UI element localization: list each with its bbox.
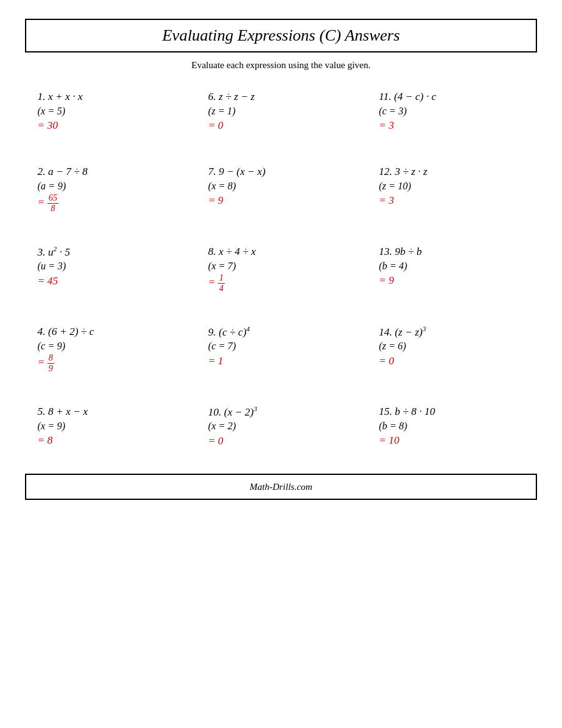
problem-item: 15. b ÷ 8 · 10(b = 8)= 10: [367, 404, 537, 449]
problem-expression: 13. 9b ÷ b: [379, 244, 537, 259]
problem-given: (c = 3): [379, 104, 537, 118]
problem-answer: = 3: [379, 193, 537, 208]
problem-expression: 1. x + x · x: [37, 89, 195, 104]
problem-item: 1. x + x · x(x = 5)= 30: [25, 89, 195, 133]
problem-answer: = 9: [379, 273, 537, 288]
problem-answer: = 658: [37, 193, 195, 213]
problem-expression: 9. (c ÷ c)4: [208, 324, 366, 339]
problem-answer: = 89: [37, 353, 195, 373]
problem-given: (x = 2): [208, 419, 366, 433]
problem-expression: 14. (z − z)3: [379, 324, 537, 339]
problem-given: (z = 6): [379, 339, 537, 353]
problem-item: 3. u2 · 5(u = 3)= 45: [25, 244, 195, 293]
problem-answer: = 3: [379, 118, 537, 133]
subtitle: Evaluate each expression using the value…: [192, 60, 371, 71]
problem-given: (b = 8): [379, 419, 537, 433]
problem-item: 7. 9 − (x − x)(x = 8)= 9: [195, 164, 366, 213]
footer-text: Math-Drills.com: [250, 482, 312, 492]
problem-item: 12. 3 ÷ z · z(z = 10)= 3: [367, 164, 537, 213]
page-wrapper: Evaluating Expressions (C) Answers Evalu…: [25, 19, 537, 500]
problem-given: (z = 10): [379, 179, 537, 193]
problem-expression: 8. x ÷ 4 ÷ x: [208, 244, 366, 259]
problem-answer: = 0: [208, 434, 366, 449]
problem-item: 6. z ÷ z − z(z = 1)= 0: [195, 89, 366, 133]
problem-given: (b = 4): [379, 259, 537, 273]
problem-expression: 3. u2 · 5: [37, 244, 195, 259]
footer-box: Math-Drills.com: [25, 474, 537, 500]
problem-answer: = 14: [208, 273, 366, 293]
problem-given: (c = 7): [208, 339, 366, 353]
problem-given: (c = 9): [37, 339, 195, 353]
problem-given: (x = 5): [37, 104, 195, 118]
problem-expression: 4. (6 + 2) ÷ c: [37, 324, 195, 339]
problem-answer: = 8: [37, 433, 195, 448]
problem-item: 14. (z − z)3(z = 6)= 0: [367, 324, 537, 373]
problem-answer: = 10: [379, 433, 537, 448]
problem-item: 13. 9b ÷ b(b = 4)= 9: [367, 244, 537, 293]
problem-answer: = 45: [37, 274, 195, 289]
problem-expression: 7. 9 − (x − x): [208, 164, 366, 179]
problem-given: (x = 9): [37, 419, 195, 433]
problem-answer: = 1: [208, 354, 366, 369]
problem-item: 10. (x − 2)3(x = 2)= 0: [195, 404, 366, 449]
problem-item: 9. (c ÷ c)4(c = 7)= 1: [195, 324, 366, 373]
problem-expression: 2. a − 7 ÷ 8: [37, 164, 195, 179]
problem-given: (a = 9): [37, 179, 195, 193]
problem-expression: 11. (4 − c) · c: [379, 89, 537, 104]
problem-item: 2. a − 7 ÷ 8(a = 9)= 658: [25, 164, 195, 213]
title-box: Evaluating Expressions (C) Answers: [25, 19, 537, 52]
problem-given: (x = 8): [208, 179, 366, 193]
problem-given: (z = 1): [208, 104, 366, 118]
problem-expression: 5. 8 + x − x: [37, 404, 195, 419]
problem-answer: = 9: [208, 193, 366, 208]
problem-item: 5. 8 + x − x(x = 9)= 8: [25, 404, 195, 449]
problem-answer: = 0: [379, 354, 537, 369]
problems-grid: 1. x + x · x(x = 5)= 306. z ÷ z − z(z = …: [25, 89, 537, 449]
problem-expression: 10. (x − 2)3: [208, 404, 366, 419]
page-title: Evaluating Expressions (C) Answers: [51, 26, 511, 45]
problem-item: 11. (4 − c) · c(c = 3)= 3: [367, 89, 537, 133]
problem-given: (u = 3): [37, 259, 195, 273]
problem-answer: = 0: [208, 118, 366, 133]
problem-expression: 6. z ÷ z − z: [208, 89, 366, 104]
problem-item: 8. x ÷ 4 ÷ x(x = 7)= 14: [195, 244, 366, 293]
problem-item: 4. (6 + 2) ÷ c(c = 9)= 89: [25, 324, 195, 373]
problem-given: (x = 7): [208, 259, 366, 273]
problem-expression: 15. b ÷ 8 · 10: [379, 404, 537, 419]
problem-answer: = 30: [37, 118, 195, 133]
problem-expression: 12. 3 ÷ z · z: [379, 164, 537, 179]
